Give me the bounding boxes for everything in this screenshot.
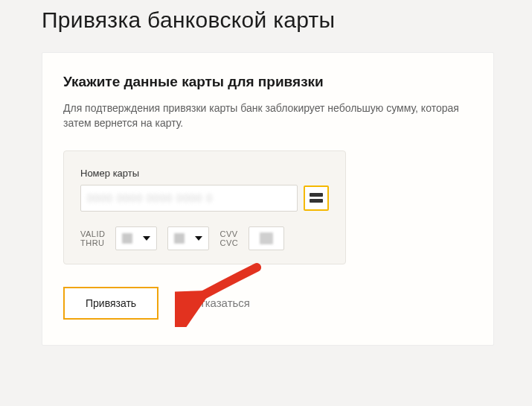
card-entry-panel: Номер карты 0000 0000 0000 0000 0 VALID … [63, 150, 346, 264]
form-card: Укажите данные карты для привязки Для по… [42, 52, 494, 346]
page-root: Привязка банковской карты Укажите данные… [0, 0, 532, 346]
card-number-label: Номер карты [80, 168, 329, 179]
form-description: Для подтверждения привязки карты банк за… [63, 101, 472, 131]
cvv-label: CVV CVC [219, 229, 238, 247]
cancel-button[interactable]: Отказаться [191, 296, 250, 309]
cvv-input[interactable] [249, 226, 284, 250]
cvv-value [260, 232, 273, 244]
action-row: Привязать Отказаться [63, 287, 472, 320]
card-number-value: 0000 0000 0000 0000 0 [87, 192, 213, 204]
valid-year-select[interactable] [167, 226, 209, 250]
bind-button[interactable]: Привязать [63, 287, 158, 320]
card-number-row: 0000 0000 0000 0000 0 [80, 185, 329, 212]
valid-thru-label: VALID THRU [80, 229, 105, 247]
valid-month-value [122, 233, 132, 244]
card-number-input[interactable]: 0000 0000 0000 0000 0 [80, 185, 298, 212]
annotation-arrow-icon [175, 260, 264, 327]
chevron-down-icon [143, 236, 150, 241]
valid-cvv-row: VALID THRU CVV CVC [80, 226, 329, 250]
valid-year-value [174, 233, 185, 244]
form-heading: Укажите данные карты для привязки [63, 74, 472, 90]
valid-month-select[interactable] [115, 226, 157, 250]
chevron-down-icon [195, 236, 202, 241]
page-title: Привязка банковской карты [42, 7, 510, 33]
card-brand-icon [304, 185, 329, 211]
